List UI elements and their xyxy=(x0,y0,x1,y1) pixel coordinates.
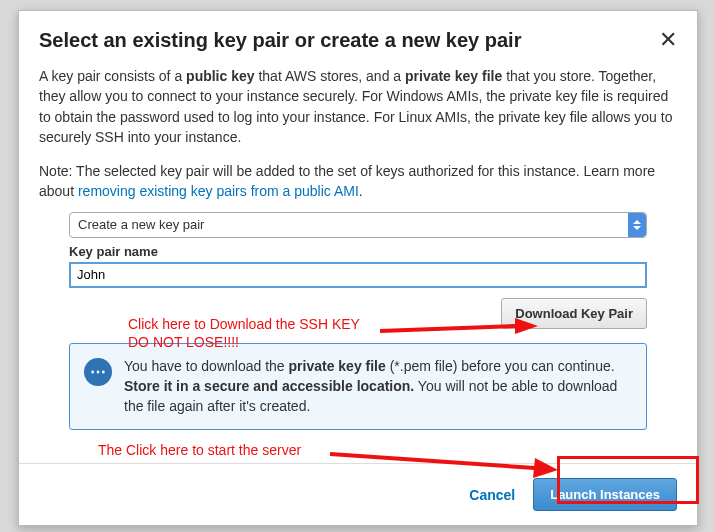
info-text: You have to download the private key fil… xyxy=(124,356,632,417)
keypair-name-input[interactable] xyxy=(69,262,647,288)
cancel-button[interactable]: Cancel xyxy=(469,487,515,503)
download-row: Download Key Pair xyxy=(69,298,647,329)
keypair-option-select[interactable]: Create a new key pair xyxy=(69,212,647,238)
info-box: ⋯ You have to download the private key f… xyxy=(69,343,647,430)
modal-title: Select an existing key pair or create a … xyxy=(39,29,521,52)
note-text: Note: The selected key pair will be adde… xyxy=(39,161,677,202)
chevron-updown-icon xyxy=(628,213,646,237)
close-icon[interactable]: ✕ xyxy=(659,29,677,51)
remove-keypairs-link[interactable]: removing existing key pairs from a publi… xyxy=(78,183,359,199)
select-value: Create a new key pair xyxy=(78,217,204,232)
modal-footer: Cancel Launch Instances xyxy=(19,463,697,525)
description-text: A key pair consists of a public key that… xyxy=(39,66,677,147)
modal-header: Select an existing key pair or create a … xyxy=(19,11,697,66)
info-icon: ⋯ xyxy=(84,358,112,386)
key-pair-modal: Select an existing key pair or create a … xyxy=(18,10,698,526)
keypair-name-label: Key pair name xyxy=(69,244,647,259)
launch-instances-button[interactable]: Launch Instances xyxy=(533,478,677,511)
modal-body: A key pair consists of a public key that… xyxy=(19,66,697,442)
form-area: Create a new key pair Key pair name Down… xyxy=(39,212,677,430)
download-keypair-button[interactable]: Download Key Pair xyxy=(501,298,647,329)
